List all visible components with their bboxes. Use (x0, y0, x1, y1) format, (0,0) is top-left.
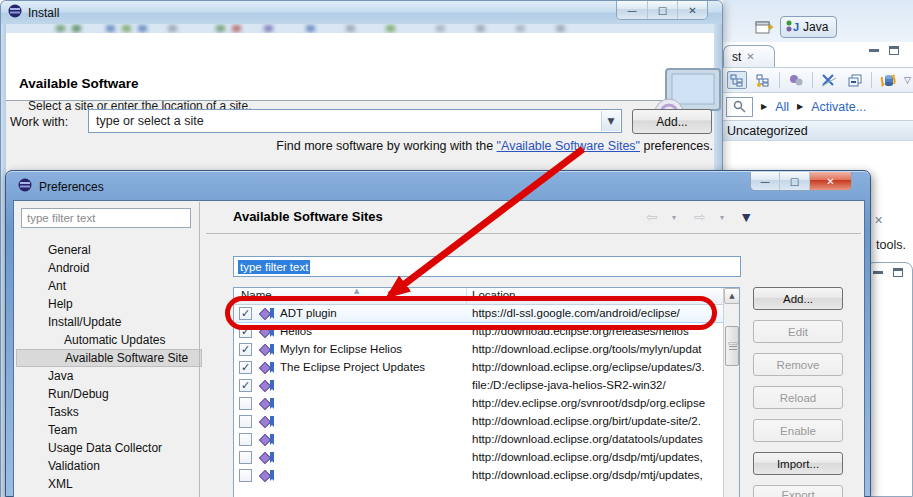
activate-link[interactable]: Activate... (811, 100, 866, 114)
screenshot-root: ✦ J Java st ✕ (0, 0, 913, 497)
scroll-up-icon[interactable]: ▲ (724, 288, 740, 304)
row-checkbox[interactable]: ✓ (239, 343, 252, 356)
row-checkbox[interactable]: ✓ (239, 307, 252, 320)
window-controls: — □ ✕ (616, 1, 708, 20)
focus-on-workweek-icon[interactable] (786, 71, 806, 89)
uncategorized-group-row[interactable]: Uncategorized (723, 120, 913, 141)
row-checkbox[interactable]: ✓ (239, 361, 252, 374)
minimize-button[interactable]: — (617, 1, 647, 19)
maximize-button[interactable]: □ (779, 172, 809, 190)
tree-item-available-software-sites[interactable]: Available Software Site (16, 349, 202, 367)
add-button[interactable]: Add... (753, 287, 843, 310)
tab-close-icon[interactable]: ✕ (746, 51, 754, 62)
open-perspective-icon[interactable]: ✦ (755, 19, 775, 39)
table-row[interactable]: ✓ file:/D:/eclipse-java-helios-SR2-win32… (234, 377, 724, 395)
tree-item-team[interactable]: Team (16, 421, 202, 439)
wizard-header: Available Software Select a site or ente… (6, 33, 714, 101)
wizard-title: Available Software (19, 76, 139, 91)
maximize-button[interactable]: □ (647, 1, 677, 19)
site-location: http://download.eclipse.org/releases/hel… (472, 325, 718, 337)
search-input[interactable] (726, 97, 753, 117)
minimize-button[interactable]: — (751, 172, 779, 190)
table-row-adt-plugin[interactable]: ✓ ADT plugin https://dl-ssl.google.com/a… (234, 305, 724, 323)
update-site-icon (259, 307, 275, 323)
table-row[interactable]: http://download.eclipse.org/dsdp/mtj/upd… (234, 467, 724, 485)
tree-item-tasks[interactable]: Tasks (16, 403, 202, 421)
column-header-name[interactable]: Name (241, 289, 272, 301)
java-perspective-icon: J (785, 19, 799, 36)
forward-icon[interactable]: ⇨ (694, 209, 706, 225)
toolbar-separator (871, 72, 872, 88)
column-header-location[interactable]: Location (472, 289, 515, 301)
tree-item-xml[interactable]: XML (16, 475, 202, 493)
scrollbar-thumb[interactable] (725, 326, 739, 366)
install-titlebar[interactable]: Install (1, 1, 722, 24)
row-checkbox[interactable] (239, 451, 252, 464)
table-row[interactable]: http://download.eclipse.org/birt/update-… (234, 413, 724, 431)
edit-button[interactable]: Edit (753, 320, 843, 343)
synchronize-icon[interactable] (878, 71, 898, 89)
minimize-view-icon[interactable] (873, 271, 883, 274)
tree-item-usage-data-collector[interactable]: Usage Data Collector (16, 439, 202, 457)
reload-button[interactable]: Reload (753, 386, 843, 409)
hide-completed-icon[interactable] (819, 71, 839, 89)
back-icon[interactable]: ⇦ (646, 209, 658, 225)
tree-item-ant[interactable]: Ant (16, 277, 202, 295)
work-with-combobox[interactable]: type or select a site ▼ (88, 109, 622, 133)
tree-item-install-update[interactable]: Install/Update (16, 313, 202, 331)
row-checkbox[interactable] (239, 397, 252, 410)
tree-item-run-debug[interactable]: Run/Debug (16, 385, 202, 403)
scheduled-view-icon[interactable] (753, 71, 773, 89)
close-button[interactable]: ✕ (809, 172, 851, 190)
row-checkbox[interactable]: ✓ (239, 325, 252, 338)
row-checkbox[interactable] (239, 469, 252, 482)
button-label: Add... (783, 293, 813, 305)
tree-item-android[interactable]: Android (16, 259, 202, 277)
import-button[interactable]: Import... (753, 452, 843, 475)
table-row[interactable]: ✓ Mylyn for Eclipse Helios http://downlo… (234, 341, 724, 359)
available-software-sites-link[interactable]: "Available Software Sites" (497, 139, 640, 153)
table-scrollbar[interactable]: ▲ (723, 288, 739, 497)
column-divider[interactable] (466, 288, 467, 305)
combobox-value: type or select a site (96, 114, 204, 128)
perspective-button-java[interactable]: J Java (780, 16, 837, 38)
forward-menu-icon[interactable]: ▾ (720, 213, 724, 222)
button-label: Remove (777, 359, 820, 371)
row-checkbox[interactable]: ✓ (239, 379, 252, 392)
tree-item-automatic-updates[interactable]: Automatic Updates (16, 331, 202, 349)
minimize-view-icon[interactable] (869, 49, 879, 52)
enable-button[interactable]: Enable (753, 419, 843, 442)
tree-item-help[interactable]: Help (16, 295, 202, 313)
task-list-tab[interactable]: st ✕ (723, 45, 775, 67)
all-link[interactable]: All (775, 100, 789, 114)
table-row[interactable]: ✓ The Eclipse Project Updates http://dow… (234, 359, 724, 377)
categorized-view-icon[interactable] (727, 71, 747, 89)
table-row[interactable]: http://download.eclipse.org/datatools/up… (234, 431, 724, 449)
table-row[interactable]: http://dev.eclipse.org/svnroot/dsdp/org.… (234, 395, 724, 413)
view-controls (869, 46, 899, 55)
preferences-titlebar[interactable]: Preferences (18, 178, 104, 195)
maximize-view-icon[interactable] (893, 268, 903, 277)
tree-item-validation[interactable]: Validation (16, 457, 202, 475)
close-button[interactable]: ✕ (677, 1, 707, 19)
maximize-view-icon[interactable] (889, 46, 899, 55)
back-menu-icon[interactable]: ▾ (672, 213, 676, 222)
table-row[interactable]: http://download.eclipse.org/dsdp/mtj/upd… (234, 449, 724, 467)
export-button[interactable]: Export (753, 485, 843, 497)
view-menu-icon[interactable]: ▽ (904, 75, 911, 85)
panel-divider (199, 202, 200, 497)
row-checkbox[interactable] (239, 433, 252, 446)
collapse-all-icon[interactable] (845, 71, 865, 89)
table-row[interactable]: ✓ Helios http://download.eclipse.org/rel… (234, 323, 724, 341)
view-tab-close-icon[interactable]: ✕ (874, 214, 883, 227)
add-site-button[interactable]: Add... (632, 109, 712, 134)
chevron-down-icon[interactable]: ▼ (601, 111, 620, 131)
view-menu-icon[interactable]: ▼ (742, 211, 750, 224)
update-site-icon (259, 325, 275, 341)
sites-filter-input[interactable]: type filter text (233, 256, 741, 277)
tree-item-general[interactable]: General (16, 241, 202, 259)
row-checkbox[interactable] (239, 415, 252, 428)
tree-item-java[interactable]: Java (16, 367, 202, 385)
tree-filter-input[interactable] (21, 208, 191, 228)
remove-button[interactable]: Remove (753, 353, 843, 376)
